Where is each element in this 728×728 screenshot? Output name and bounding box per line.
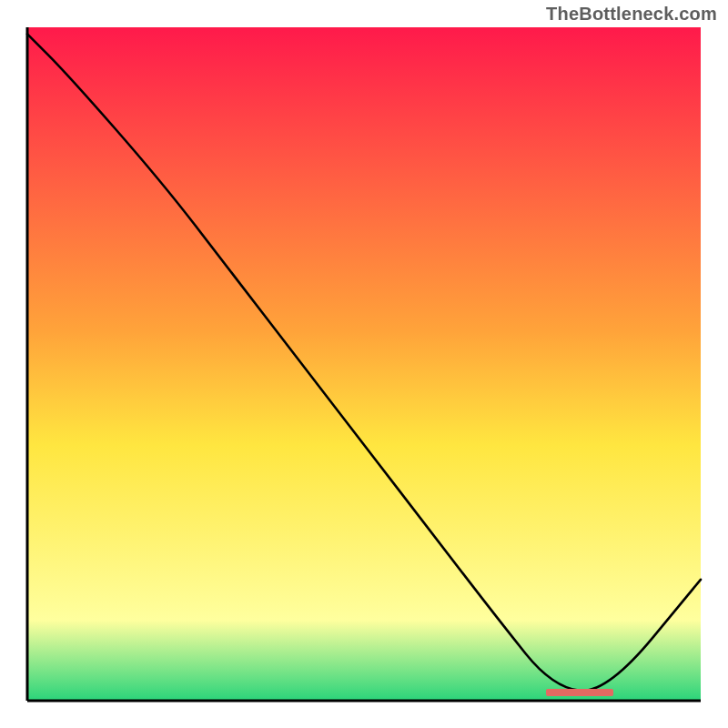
plot-svg <box>0 0 728 728</box>
plot-background <box>27 27 701 701</box>
chart-canvas: TheBottleneck.com <box>0 0 728 728</box>
watermark-text: TheBottleneck.com <box>546 4 717 25</box>
floor-marker <box>546 689 613 696</box>
